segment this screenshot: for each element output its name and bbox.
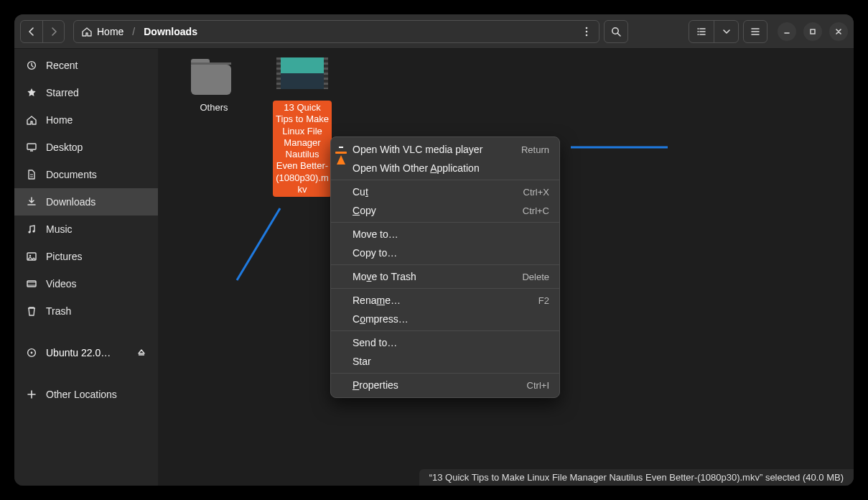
pictures-icon — [26, 251, 37, 262]
svg-point-0 — [586, 27, 588, 29]
ctx-label: Open With Other Application — [353, 162, 480, 174]
ctx-label: Move to… — [353, 228, 398, 240]
maximize-icon — [808, 27, 817, 36]
sidebar-item-music[interactable]: Music — [14, 216, 158, 243]
ctx-shortcut: Ctrl+C — [523, 205, 549, 216]
sidebar-item-label: Pictures — [46, 251, 83, 262]
disc-icon — [26, 347, 37, 358]
sidebar: Recent Starred Home Desktop Documents Do… — [14, 49, 158, 486]
sidebar-item-downloads[interactable]: Downloads — [14, 188, 158, 216]
ctx-shortcut: Ctrl+I — [527, 380, 549, 391]
ctx-star[interactable]: Star — [331, 352, 559, 371]
ctx-label: Properties — [353, 379, 398, 391]
sidebar-item-documents[interactable]: Documents — [14, 161, 158, 188]
breadcrumb-current[interactable]: Downloads — [141, 26, 200, 37]
ctx-copy[interactable]: Copy Ctrl+C — [331, 201, 559, 220]
maximize-button[interactable] — [803, 22, 822, 41]
ctx-separator — [331, 288, 559, 289]
sidebar-item-label: Recent — [46, 60, 78, 71]
sidebar-item-trash[interactable]: Trash — [14, 297, 158, 325]
ctx-open-with-other[interactable]: Open With Other Application — [331, 159, 559, 177]
header-bar: Home / Downloads — [14, 14, 854, 49]
eject-button[interactable] — [134, 345, 149, 361]
sidebar-item-label: Starred — [46, 87, 79, 98]
ctx-separator — [331, 264, 559, 265]
folder-icon — [191, 57, 237, 96]
chevron-left-icon — [26, 26, 37, 37]
ctx-shortcut: Delete — [522, 272, 549, 282]
status-bar: “13 Quick Tips to Make Linux File Manage… — [419, 469, 854, 486]
svg-point-8 — [32, 230, 34, 232]
ctx-label: Rename… — [353, 295, 401, 306]
sidebar-item-recent[interactable]: Recent — [14, 52, 158, 79]
sidebar-item-starred[interactable]: Starred — [14, 79, 158, 106]
view-mode-group — [689, 20, 739, 43]
ctx-separator — [331, 222, 559, 223]
hamburger-menu-button[interactable] — [743, 20, 767, 43]
file-label: Others — [197, 101, 230, 115]
ctx-label: Open With VLC media player — [353, 144, 482, 155]
list-icon — [696, 26, 707, 37]
desktop-icon — [26, 142, 37, 153]
music-icon — [26, 223, 37, 235]
hamburger-icon — [750, 26, 761, 37]
search-icon — [610, 26, 622, 37]
sidebar-item-home[interactable]: Home — [14, 106, 158, 134]
folder-item[interactable]: Others — [178, 57, 250, 115]
ctx-label: Copy to… — [353, 247, 397, 259]
minimize-icon — [783, 27, 791, 36]
forward-button[interactable] — [42, 21, 64, 42]
sidebar-item-label: Desktop — [46, 142, 83, 153]
sidebar-other-locations[interactable]: Other Locations — [14, 381, 158, 408]
ctx-move-to[interactable]: Move to… — [331, 225, 559, 244]
ctx-label: Send to… — [353, 337, 397, 348]
ctx-cut[interactable]: Cut Ctrl+X — [331, 182, 559, 201]
sidebar-item-label: Downloads — [46, 196, 95, 208]
home-icon — [26, 114, 37, 126]
video-file-item[interactable]: 13 Quick Tips to Make Linux File Manager… — [273, 57, 332, 197]
close-icon — [834, 27, 843, 36]
video-thumbnail-icon — [276, 57, 328, 96]
sidebar-mount-item[interactable]: Ubuntu 22.0… — [14, 339, 158, 366]
ctx-open-with-vlc[interactable]: Open With VLC media player Return — [331, 140, 559, 159]
ctx-move-to-trash[interactable]: Move to Trash Delete — [331, 267, 559, 286]
path-bar[interactable]: Home / Downloads — [73, 20, 599, 43]
ctx-rename[interactable]: Rename… F2 — [331, 291, 559, 310]
chevron-right-icon — [48, 26, 60, 37]
minimize-button[interactable] — [778, 22, 796, 41]
ctx-label: Copy — [353, 205, 376, 216]
ctx-shortcut: Return — [521, 144, 549, 155]
breadcrumb-current-label: Downloads — [144, 26, 197, 37]
svg-point-1 — [586, 30, 588, 32]
svg-point-2 — [586, 34, 588, 36]
plus-icon — [26, 389, 37, 400]
ctx-send-to[interactable]: Send to… — [331, 333, 559, 352]
ctx-separator — [331, 373, 559, 374]
ctx-properties[interactable]: Properties Ctrl+I — [331, 376, 559, 394]
list-view-button[interactable] — [689, 21, 714, 42]
breadcrumb-home[interactable]: Home — [78, 26, 126, 37]
status-text: “13 Quick Tips to Make Linux File Manage… — [429, 472, 844, 483]
view-dropdown-button[interactable] — [714, 21, 738, 42]
ctx-label: Move to Trash — [353, 271, 416, 282]
svg-point-13 — [31, 352, 33, 354]
kebab-icon — [581, 26, 592, 37]
back-button[interactable] — [21, 21, 42, 42]
nav-button-group — [20, 20, 65, 43]
ctx-shortcut: Ctrl+X — [523, 187, 549, 198]
sidebar-item-desktop[interactable]: Desktop — [14, 134, 158, 161]
sidebar-item-label: Documents — [46, 169, 97, 180]
sidebar-item-videos[interactable]: Videos — [14, 270, 158, 297]
sidebar-item-label: Trash — [46, 305, 71, 317]
sidebar-item-pictures[interactable]: Pictures — [14, 243, 158, 270]
ctx-compress[interactable]: Compress… — [331, 310, 559, 328]
search-button[interactable] — [604, 20, 628, 43]
ctx-label: Star — [353, 356, 371, 367]
svg-rect-6 — [27, 144, 36, 149]
ctx-shortcut: F2 — [538, 295, 549, 306]
sidebar-item-label: Home — [46, 114, 73, 126]
path-menu-button[interactable] — [577, 22, 596, 41]
breadcrumb-separator: / — [131, 26, 136, 37]
close-button[interactable] — [829, 22, 848, 41]
ctx-copy-to[interactable]: Copy to… — [331, 244, 559, 262]
